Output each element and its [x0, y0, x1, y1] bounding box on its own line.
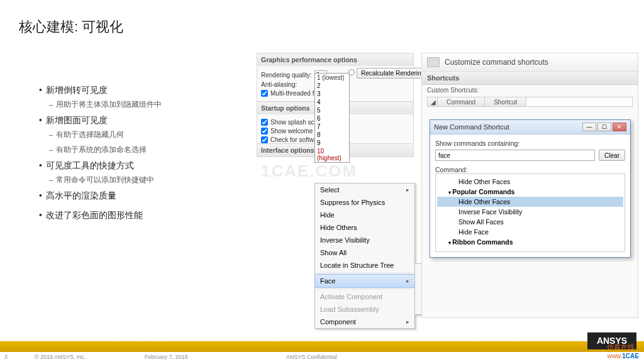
- menu-item[interactable]: Component: [315, 315, 414, 328]
- menu-item[interactable]: Select: [315, 184, 414, 196]
- col-command: Command: [438, 97, 485, 106]
- command-label: Command:: [435, 166, 467, 173]
- tree-item[interactable]: Inverse Face Visibility: [437, 207, 623, 217]
- menu-item[interactable]: Face: [314, 274, 415, 288]
- footer-bar: [0, 341, 644, 352]
- copyright: © 2016 ANSYS, Inc.: [35, 354, 86, 360]
- bullet-list: 新增倒转可见度用助于将主体添加到隐藏组件中新增图面可见度有助于选择隐藏几何有助于…: [39, 84, 162, 228]
- shortcuts-table: ◢ Command Shortcut: [427, 97, 633, 107]
- menu-item[interactable]: Inverse Visibility: [315, 234, 414, 246]
- multithread-checkbox[interactable]: [261, 90, 268, 97]
- watermark: 1CAE.COM: [261, 162, 357, 181]
- search-input[interactable]: [435, 150, 595, 161]
- ccs-title: Customize command shortcuts: [445, 58, 548, 67]
- multithread-label: Multi-threaded fa: [270, 90, 318, 97]
- triangle-icon: ◢: [428, 97, 438, 106]
- tree-item[interactable]: Ribbon Commands: [437, 237, 623, 247]
- tree-item[interactable]: Show All Faces: [437, 217, 623, 227]
- clear-button[interactable]: Clear: [599, 150, 625, 161]
- new-shortcut-dialog: New Command Shortcut — ☐ ✕ Show commands…: [430, 119, 631, 258]
- context-menu-1: SelectSuppress for PhysicsHideHide Other…: [314, 183, 415, 329]
- startup-label: Show welcome sc: [270, 128, 321, 134]
- gpo-header: Graphics performance options: [257, 53, 413, 66]
- show-containing-label: Show commands containing:: [435, 140, 519, 147]
- tree-item[interactable]: Popular Commands: [437, 187, 623, 197]
- menu-item[interactable]: Hide: [315, 209, 414, 221]
- menu-item[interactable]: Hide Others: [315, 221, 414, 234]
- page-number: 3: [4, 354, 8, 360]
- menu-item[interactable]: Suppress for Physics: [315, 196, 414, 209]
- site-tag: 仿真在线 www.1CAE: [607, 343, 639, 359]
- gear-icon: [427, 57, 440, 67]
- menu-item[interactable]: Show All: [315, 246, 414, 259]
- col-shortcut: Shortcut: [485, 97, 526, 106]
- menu-item[interactable]: Activate Component: [315, 290, 414, 303]
- anti-aliasing-label: Anti-aliasing:: [261, 81, 297, 88]
- startup-checkbox[interactable]: [261, 136, 268, 143]
- startup-checkbox[interactable]: [261, 128, 268, 134]
- menu-item[interactable]: Load Subassembly: [315, 303, 414, 315]
- quality-dropdown[interactable]: 1 (lowest)2345678910 (highest): [314, 73, 350, 163]
- minimize-button[interactable]: —: [582, 123, 596, 131]
- menu-item[interactable]: Locate in Structure Tree: [315, 259, 414, 272]
- render-quality-label: Rendering quality:: [261, 72, 312, 79]
- close-button[interactable]: ✕: [613, 123, 626, 131]
- dialog-title: New Command Shortcut: [434, 123, 509, 131]
- slide-title: 核心建模: 可视化: [19, 18, 123, 36]
- tree-item[interactable]: Hide Other Faces: [437, 177, 623, 187]
- startup-label: Check for softwa: [270, 136, 317, 143]
- startup-label: Show splash scre: [270, 119, 319, 126]
- shortcuts-header: Shortcuts: [422, 72, 638, 85]
- tree-item[interactable]: Hide Face: [437, 227, 623, 237]
- footer-date: February 7, 2018: [145, 354, 188, 360]
- startup-checkbox[interactable]: [261, 119, 268, 126]
- maximize-button[interactable]: ☐: [597, 123, 611, 131]
- tree-item[interactable]: Hide Other Faces: [437, 197, 623, 207]
- custom-label: Custom Shortcuts:: [422, 85, 638, 96]
- command-tree[interactable]: Hide Other FacesPopular CommandsHide Oth…: [435, 173, 625, 252]
- recalc-button[interactable]: Recalculate Rendering: [357, 68, 429, 79]
- confidential: ANSYS Confidential: [286, 354, 337, 360]
